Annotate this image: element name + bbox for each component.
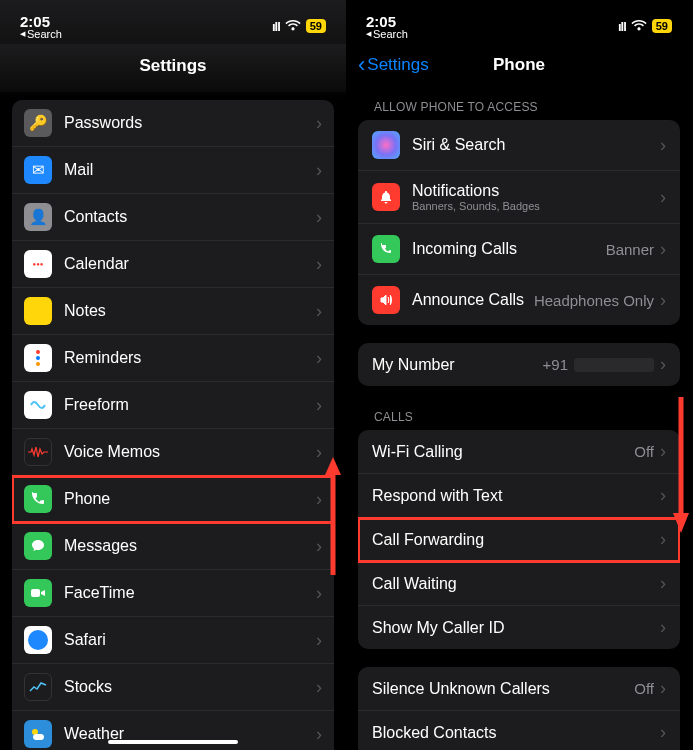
wifi-icon: [285, 20, 301, 32]
chevron-right-icon: ›: [660, 573, 666, 594]
row-contacts[interactable]: 👤 Contacts ›: [12, 194, 334, 241]
notes-icon: [24, 297, 52, 325]
row-call-waiting[interactable]: Call Waiting ›: [358, 562, 680, 606]
battery-indicator: 59: [652, 19, 672, 33]
settings-screen: 2:05 Search ıll 59 Settings 🔑 Passwords …: [0, 0, 346, 750]
home-indicator[interactable]: [108, 740, 238, 744]
row-freeform[interactable]: Freeform ›: [12, 382, 334, 429]
row-incoming-calls[interactable]: Incoming Calls Banner ›: [358, 224, 680, 275]
row-label: Silence Unknown Callers: [372, 680, 634, 698]
section-header: CALLS: [346, 404, 692, 430]
row-voice-memos[interactable]: Voice Memos ›: [12, 429, 334, 476]
row-my-number[interactable]: My Number +91 ›: [358, 343, 680, 386]
row-value: Headphones Only: [534, 292, 654, 309]
row-messages[interactable]: Messages ›: [12, 523, 334, 570]
row-call-forwarding[interactable]: Call Forwarding ›: [358, 518, 680, 562]
key-icon: 🔑: [24, 109, 52, 137]
chevron-right-icon: ›: [660, 617, 666, 638]
row-facetime[interactable]: FaceTime ›: [12, 570, 334, 617]
chevron-right-icon: ›: [316, 301, 322, 322]
row-label: Announce Calls: [412, 291, 534, 309]
other-calls-list: Silence Unknown Callers Off › Blocked Co…: [358, 667, 680, 750]
redacted-number: [574, 358, 654, 372]
row-label: Contacts: [64, 208, 316, 226]
row-value: Off: [634, 680, 654, 697]
row-label: Phone: [64, 490, 316, 508]
row-label: Show My Caller ID: [372, 619, 660, 637]
siri-icon: [372, 131, 400, 159]
signal-icon: ıll: [618, 19, 626, 34]
row-passwords[interactable]: 🔑 Passwords ›: [12, 100, 334, 147]
chevron-right-icon: ›: [660, 722, 666, 743]
row-label: Siri & Search: [412, 136, 660, 154]
row-label: Stocks: [64, 678, 316, 696]
chevron-right-icon: ›: [316, 724, 322, 745]
row-mail[interactable]: ✉ Mail ›: [12, 147, 334, 194]
svg-point-1: [28, 630, 48, 650]
chevron-right-icon: ›: [660, 529, 666, 550]
row-blocked-contacts[interactable]: Blocked Contacts ›: [358, 711, 680, 750]
row-label: Mail: [64, 161, 316, 179]
row-show-caller-id[interactable]: Show My Caller ID ›: [358, 606, 680, 649]
chevron-right-icon: ›: [316, 536, 322, 557]
phone-incoming-icon: [372, 235, 400, 263]
row-label: Safari: [64, 631, 316, 649]
row-safari[interactable]: Safari ›: [12, 617, 334, 664]
row-wifi-calling[interactable]: Wi-Fi Calling Off ›: [358, 430, 680, 474]
mail-icon: ✉: [24, 156, 52, 184]
row-reminders[interactable]: Reminders ›: [12, 335, 334, 382]
row-label: Calendar: [64, 255, 316, 273]
row-calendar[interactable]: ●●● Calendar ›: [12, 241, 334, 288]
chevron-right-icon: ›: [316, 160, 322, 181]
row-announce-calls[interactable]: Announce Calls Headphones Only ›: [358, 275, 680, 325]
row-silence-unknown[interactable]: Silence Unknown Callers Off ›: [358, 667, 680, 711]
bell-icon: [372, 183, 400, 211]
row-respond-text[interactable]: Respond with Text ›: [358, 474, 680, 518]
chevron-right-icon: ›: [316, 254, 322, 275]
chevron-right-icon: ›: [660, 485, 666, 506]
section-header: ALLOW PHONE TO ACCESS: [346, 94, 692, 120]
wifi-icon: [631, 20, 647, 32]
facetime-icon: [24, 579, 52, 607]
chevron-right-icon: ›: [316, 348, 322, 369]
row-label: Call Waiting: [372, 575, 660, 593]
back-label: Settings: [367, 55, 428, 75]
row-notifications[interactable]: Notifications Banners, Sounds, Badges ›: [358, 171, 680, 224]
back-to-search[interactable]: Search: [20, 28, 62, 40]
chevron-right-icon: ›: [316, 677, 322, 698]
row-notes[interactable]: Notes ›: [12, 288, 334, 335]
status-bar: 2:05 Search ıll 59: [0, 0, 346, 44]
settings-list: 🔑 Passwords › ✉ Mail › 👤 Contacts › ●●● …: [12, 100, 334, 750]
phone-settings-screen: 2:05 Search ıll 59 ‹ Settings Phone ALLO…: [346, 0, 692, 750]
calls-list: Wi-Fi Calling Off › Respond with Text › …: [358, 430, 680, 649]
row-label: Blocked Contacts: [372, 724, 660, 742]
row-label: Call Forwarding: [372, 531, 660, 549]
row-phone[interactable]: Phone ›: [12, 476, 334, 523]
chevron-right-icon: ›: [316, 442, 322, 463]
row-siri-search[interactable]: Siri & Search ›: [358, 120, 680, 171]
row-sublabel: Banners, Sounds, Badges: [412, 200, 660, 212]
row-stocks[interactable]: Stocks ›: [12, 664, 334, 711]
page-title: Settings: [0, 44, 346, 92]
row-label: Notes: [64, 302, 316, 320]
row-value: Off: [634, 443, 654, 460]
row-label: My Number: [372, 356, 543, 374]
back-to-search[interactable]: Search: [366, 28, 408, 40]
row-label: Respond with Text: [372, 487, 660, 505]
row-label: Wi-Fi Calling: [372, 443, 634, 461]
messages-icon: [24, 532, 52, 560]
weather-icon: [24, 720, 52, 748]
row-label: Notifications: [412, 182, 660, 200]
voice-memos-icon: [24, 438, 52, 466]
page-title: Phone: [493, 55, 545, 75]
row-label: Incoming Calls: [412, 240, 606, 258]
back-button[interactable]: ‹ Settings: [358, 52, 429, 78]
reminders-icon: [24, 344, 52, 372]
chevron-right-icon: ›: [316, 395, 322, 416]
row-weather[interactable]: Weather ›: [12, 711, 334, 750]
row-label: Reminders: [64, 349, 316, 367]
my-number-block: My Number +91 ›: [358, 343, 680, 386]
battery-indicator: 59: [306, 19, 326, 33]
row-label: Passwords: [64, 114, 316, 132]
chevron-right-icon: ›: [316, 113, 322, 134]
